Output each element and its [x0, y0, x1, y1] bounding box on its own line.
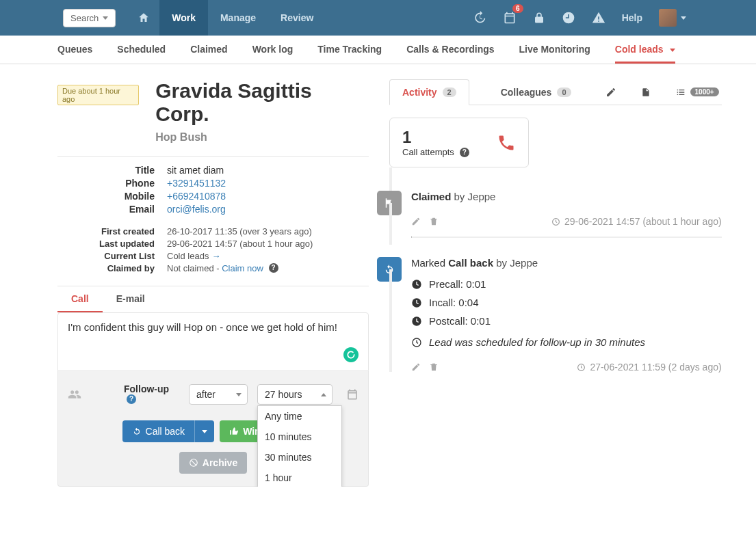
nav-home[interactable] — [128, 0, 159, 36]
help-icon[interactable]: ? — [127, 394, 136, 404]
followup-timing-select[interactable]: after — [189, 384, 248, 405]
edit-icon[interactable] — [411, 362, 421, 372]
followup-dropdown: Any time 10 minutes 30 minutes 1 hour 21… — [257, 405, 342, 487]
sched-note-text: Lead was scheduled for follow-up in 30 m… — [429, 336, 645, 348]
divider — [57, 156, 369, 157]
note-textarea[interactable]: I'm confident this guy will Hop on - onc… — [57, 312, 369, 371]
followup-option[interactable]: 30 minutes — [258, 447, 341, 468]
search-button[interactable]: Search — [63, 9, 116, 27]
subnav: Queues Scheduled Claimed Work log Time T… — [0, 36, 756, 64]
reload-icon — [132, 427, 142, 436]
tl-prefix: Marked — [411, 257, 448, 269]
due-badge: Due about 1 hour ago — [57, 85, 139, 105]
search-label: Search — [70, 13, 99, 23]
timestamp: 27-06-2021 11:59 (2 days ago) — [577, 362, 721, 373]
followup-duration-value: 27 hours — [265, 389, 302, 400]
tab-calls[interactable]: Calls & Recordings — [406, 44, 494, 64]
claim-now-link[interactable]: Claim now — [222, 263, 263, 273]
lead-meta: First created26-10-2017 11:35 (over 3 ye… — [57, 226, 369, 273]
meta-current-list: Cold leads→ — [167, 251, 220, 261]
tab-colleagues[interactable]: Colleagues 0 — [488, 80, 584, 105]
nav-manage[interactable]: Manage — [208, 0, 268, 36]
clock-solid-icon — [411, 316, 422, 327]
meta-claimed-by: Not claimed - Claim now ? — [167, 263, 278, 273]
followup-option[interactable]: Any time — [258, 406, 341, 427]
nav-work[interactable]: Work — [159, 0, 208, 36]
lead-title: Gravida Sagittis Corp. — [155, 79, 369, 126]
right-tabs: Activity 2 Colleagues 0 1000+ — [389, 79, 722, 105]
nav-review[interactable]: Review — [268, 0, 326, 36]
stat-incall: Incall: 0:04 — [429, 297, 479, 308]
callback-dropdown-toggle[interactable] — [195, 420, 214, 442]
tl-action: Call back — [448, 257, 493, 269]
followup-option[interactable]: 10 minutes — [258, 427, 341, 447]
archive-button[interactable]: Archive — [179, 452, 247, 474]
assignees-icon[interactable] — [68, 388, 81, 401]
trash-icon[interactable] — [429, 217, 439, 226]
tab-cold-label: Cold leads — [615, 44, 664, 55]
tl-action: Claimed — [411, 191, 451, 202]
followup-duration-select[interactable]: 27 hours Any time 10 minutes 30 minutes … — [257, 384, 333, 405]
help-icon[interactable]: ? — [269, 263, 278, 273]
home-icon — [138, 12, 150, 24]
user-menu[interactable] — [659, 9, 686, 27]
field-title: sit amet diam — [167, 165, 224, 176]
warning-icon[interactable] — [592, 11, 605, 25]
lead-subtitle: Hop Bush — [155, 131, 369, 144]
timeline-rail — [389, 269, 392, 372]
clock-icon — [551, 217, 560, 226]
meta-current-list-text: Cold leads — [167, 251, 209, 261]
help-icon[interactable]: ? — [460, 148, 469, 157]
grammarly-icon[interactable] — [343, 347, 359, 362]
tab-live[interactable]: Live Monitoring — [519, 44, 590, 64]
caret-down-icon — [103, 16, 108, 20]
content: Due about 1 hour ago Gravida Sagittis Co… — [0, 64, 756, 487]
calendar-icon[interactable] — [346, 388, 359, 401]
activity-panel: Activity 2 Colleagues 0 1000+ 1 Call att… — [389, 79, 722, 487]
colleagues-count: 0 — [557, 87, 571, 97]
trash-icon[interactable] — [429, 362, 439, 372]
lock-icon[interactable] — [533, 12, 545, 24]
followup-bar: Follow-up ? after 27 hours Any time 10 m… — [57, 371, 369, 487]
phone-icon — [497, 133, 516, 152]
tab-cold-leads[interactable]: Cold leads — [615, 44, 676, 64]
field-label-mobile: Mobile — [57, 191, 167, 202]
tab-time-tracking[interactable]: Time Tracking — [317, 44, 382, 64]
stat-precall: Precall: 0:01 — [429, 278, 486, 290]
tab-work-log[interactable]: Work log — [252, 44, 294, 64]
clock-outline-icon — [411, 337, 422, 348]
help-link[interactable]: Help — [622, 12, 642, 23]
activity-count: 2 — [443, 87, 456, 97]
call-attempts-card: 1 Call attempts ? — [389, 118, 529, 167]
field-mobile[interactable]: +6692410878 — [167, 191, 226, 202]
composer-tab-email[interactable]: E-mail — [103, 286, 159, 312]
composer-tab-call[interactable]: Call — [57, 286, 103, 312]
meta-first-created: 26-10-2017 11:35 (over 3 years ago) — [167, 226, 312, 237]
notif-badge: 6 — [512, 4, 523, 13]
caret-down-icon — [670, 49, 675, 52]
tab-activity[interactable]: Activity 2 — [389, 79, 469, 105]
document-icon[interactable] — [638, 80, 653, 105]
tab-claimed[interactable]: Claimed — [190, 44, 227, 64]
callback-button[interactable]: Call back — [122, 420, 215, 442]
meta-label-claimed-by: Claimed by — [57, 263, 167, 273]
tl-by: by Jeppe — [496, 257, 538, 269]
attempts-number: 1 — [402, 128, 469, 147]
caret-down-icon — [202, 430, 207, 433]
lead-header: Due about 1 hour ago Gravida Sagittis Co… — [57, 79, 369, 144]
edit-icon[interactable] — [603, 80, 619, 105]
list-icon[interactable]: 1000+ — [673, 80, 722, 105]
calendar-icon[interactable]: 6 — [503, 11, 517, 25]
tab-queues[interactable]: Queues — [57, 44, 92, 64]
tab-scheduled[interactable]: Scheduled — [117, 44, 166, 64]
caret-down-icon — [681, 16, 686, 20]
clock-icon[interactable] — [562, 11, 575, 25]
edit-icon[interactable] — [411, 217, 421, 226]
svg-line-1 — [191, 460, 196, 465]
followup-option[interactable]: 1 hour — [258, 468, 341, 487]
field-phone[interactable]: +3291451132 — [167, 178, 226, 189]
arrow-right-icon[interactable]: → — [211, 251, 220, 261]
attempts-label: Call attempts ? — [402, 147, 469, 157]
field-email[interactable]: orci@felis.org — [167, 204, 226, 215]
history-icon[interactable] — [473, 11, 486, 25]
